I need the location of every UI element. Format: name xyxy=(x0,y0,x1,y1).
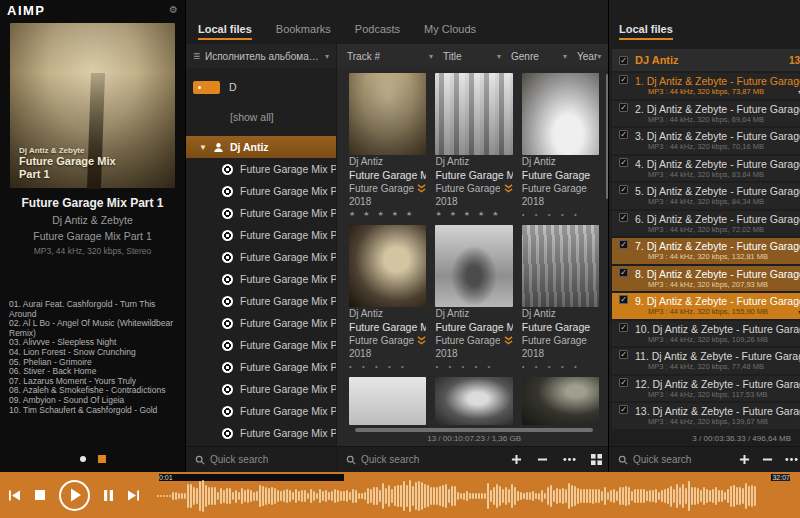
track-checkbox[interactable]: ✓ xyxy=(619,75,628,84)
album-grid-cell[interactable]: Dj AntizFuture Garage M...Future Garage2… xyxy=(349,73,426,218)
cell-rating[interactable]: • • • • • xyxy=(435,362,512,370)
quick-search-input[interactable] xyxy=(210,454,327,465)
remove-icon[interactable] xyxy=(537,454,548,465)
tree-album-item[interactable]: Future Garage Mix Part 2 xyxy=(186,180,336,202)
grid-quick-search[interactable] xyxy=(346,454,504,465)
album-grid-cell[interactable] xyxy=(435,377,512,425)
preview-track[interactable]: 01. Aurai Feat. Cashforgold - Turn This … xyxy=(9,300,176,319)
more-icon[interactable] xyxy=(563,457,576,462)
playlist-track-row[interactable]: ✓11. Dj Antiz & Zebyte - Future Garage .… xyxy=(612,348,800,374)
stop-button[interactable] xyxy=(34,489,46,501)
track-checkbox[interactable]: ✓ xyxy=(619,130,628,139)
filter-dropdown-icon[interactable]: ▾ xyxy=(429,52,433,61)
remove-icon[interactable] xyxy=(762,454,773,465)
preview-track[interactable]: 10. Tim Schaufert & Cashforgold - Gold xyxy=(9,406,176,416)
album-grid-cell[interactable]: Dj AntizFuture Garage M...Future Garage2… xyxy=(349,225,426,370)
playlist-track-row[interactable]: ✓9. Dj Antiz & Zebyte - Future Garage ..… xyxy=(612,293,800,319)
playlist-track-row[interactable]: ✓3. Dj Antiz & Zebyte - Future Garage ..… xyxy=(612,128,800,154)
track-checkbox[interactable]: ✓ xyxy=(619,103,628,112)
tree-album-item[interactable]: Future Garage Mix Part 4 xyxy=(186,224,336,246)
cell-rating[interactable]: ★ ★ ★ ★ ★ xyxy=(349,210,426,218)
column-header-track#[interactable]: Track #▾ xyxy=(347,51,443,62)
cell-rating[interactable]: ★ ★ ★ ★ ★ xyxy=(435,210,512,218)
track-checkbox[interactable]: ✓ xyxy=(619,378,628,387)
track-checkbox[interactable]: ✓ xyxy=(619,213,628,222)
tree-album-item[interactable]: Future Garage Mix Part 8 xyxy=(186,290,336,312)
add-icon[interactable] xyxy=(739,454,750,465)
tree-album-item[interactable]: Future Garage Mix Part 10 xyxy=(186,334,336,356)
tree-album-item[interactable]: Future Garage Mix Part 13 xyxy=(186,378,336,400)
album-grid-cell[interactable] xyxy=(349,377,426,425)
add-icon[interactable] xyxy=(511,454,522,465)
waveform[interactable] xyxy=(157,480,792,512)
playlist-group-header[interactable]: ✓ DJ Antiz 13 / 10:07:24 xyxy=(612,49,800,71)
playlist-track-row[interactable]: ✓8. Dj Antiz & Zebyte - Future Garage ..… xyxy=(612,266,800,292)
tab-local-files[interactable]: Local files xyxy=(198,23,252,44)
track-checkbox[interactable]: ✓ xyxy=(619,295,628,304)
quick-search-input[interactable] xyxy=(361,454,504,465)
expand-chevrons-icon[interactable] xyxy=(504,184,513,193)
play-button[interactable] xyxy=(59,480,90,511)
filter-dropdown-icon[interactable]: ▾ xyxy=(563,52,567,61)
page-active-icon[interactable] xyxy=(98,455,106,463)
playlist-track-row[interactable]: ✓2. Dj Antiz & Zebyte - Future Garage ..… xyxy=(612,101,800,127)
tree-letter-group[interactable]: D xyxy=(186,76,336,98)
tree-album-item[interactable]: Future Garage Mix Part 11 xyxy=(186,356,336,378)
tree-album-item[interactable]: Future Garage Mix Part 7 xyxy=(186,268,336,290)
cell-rating[interactable]: • • • • • xyxy=(522,210,599,218)
tree-artist-item[interactable]: ▼ Dj Antiz xyxy=(186,136,336,158)
playlist-quick-search[interactable] xyxy=(618,454,732,465)
playlist-track-row[interactable]: ✓13. Dj Antiz & Zebyte - Future Garage .… xyxy=(612,403,800,429)
track-checkbox[interactable]: ✓ xyxy=(619,350,628,359)
pause-button[interactable] xyxy=(103,489,114,502)
horizontal-scrollbar[interactable] xyxy=(355,428,593,432)
filter-dropdown-icon[interactable]: ▾ xyxy=(497,52,501,61)
column-header-genre[interactable]: Genre▾ xyxy=(511,51,577,62)
expand-chevrons-icon[interactable] xyxy=(417,184,426,193)
track-checkbox[interactable]: ✓ xyxy=(619,240,628,249)
tab-my-clouds[interactable]: My Clouds xyxy=(424,23,476,44)
now-playing-album-art[interactable]: Dj Antiz & Zebyte Future Garage Mix Part… xyxy=(10,23,175,188)
previous-button[interactable] xyxy=(8,489,21,502)
track-checkbox[interactable]: ✓ xyxy=(619,185,628,194)
column-header-year[interactable]: Year▾ xyxy=(577,51,611,62)
tree-album-item[interactable]: Future Garage Mix Part 15 xyxy=(186,422,336,444)
gear-icon[interactable]: ⚙ xyxy=(169,5,178,15)
filter-dropdown-icon[interactable]: ▾ xyxy=(597,52,601,61)
tree-album-item[interactable]: Future Garage Mix Part 9 xyxy=(186,312,336,334)
track-checkbox[interactable]: ✓ xyxy=(619,323,628,332)
tree-show-all[interactable]: [show all] xyxy=(186,106,336,128)
playlist-track-row[interactable]: ✓12. Dj Antiz & Zebyte - Future Garage .… xyxy=(612,376,800,402)
tab-bookmarks[interactable]: Bookmarks xyxy=(276,23,331,44)
cell-rating[interactable]: • • • • • xyxy=(522,362,599,370)
group-checkbox[interactable]: ✓ xyxy=(619,56,628,65)
cell-rating[interactable]: • • • • • xyxy=(349,362,426,370)
album-grid-cell[interactable]: Dj AntizFuture Garage M...Future Garage2… xyxy=(435,225,512,370)
expand-chevrons-icon[interactable] xyxy=(417,336,426,345)
playlist-tab[interactable]: Local files xyxy=(619,23,673,44)
menu-icon[interactable]: ≡ xyxy=(193,49,200,63)
album-grid-cell[interactable] xyxy=(522,377,599,425)
playlist-track-row[interactable]: ✓7. Dj Antiz & Zebyte - Future Garage ..… xyxy=(612,238,800,264)
waveform-seekbar[interactable]: 0:01 32:07 xyxy=(157,474,792,516)
column-header-title[interactable]: Title▾ xyxy=(443,51,511,62)
tree-album-item[interactable]: Future Garage Mix Part 1 xyxy=(186,158,336,180)
next-button[interactable] xyxy=(127,489,140,502)
playlist-track-row[interactable]: ✓5. Dj Antiz & Zebyte - Future Garage ..… xyxy=(612,183,800,209)
tree-album-item[interactable]: Future Garage Mix Part 3 xyxy=(186,202,336,224)
track-checkbox[interactable]: ✓ xyxy=(619,268,628,277)
preview-track[interactable]: 02. Al L Bo - Angel Of Music (Whitewildb… xyxy=(9,319,176,338)
tree-quick-search[interactable] xyxy=(195,454,327,465)
playlist-track-row[interactable]: ✓10. Dj Antiz & Zebyte - Future Garage .… xyxy=(612,321,800,347)
track-checkbox[interactable]: ✓ xyxy=(619,405,628,414)
expand-chevrons-icon[interactable] xyxy=(504,336,513,345)
page-dot-icon[interactable] xyxy=(80,456,86,462)
track-checkbox[interactable]: ✓ xyxy=(619,158,628,167)
quick-search-input[interactable] xyxy=(633,454,732,465)
tab-podcasts[interactable]: Podcasts xyxy=(355,23,400,44)
album-grid-cell[interactable]: Dj AntizFuture GarageFuture Garage2018• … xyxy=(522,73,599,218)
tree-album-item[interactable]: Future Garage Mix Part 14 xyxy=(186,400,336,422)
playlist-track-row[interactable]: ✓4. Dj Antiz & Zebyte - Future Garage ..… xyxy=(612,156,800,182)
album-grid-cell[interactable]: Dj AntizFuture Garage M...Future Garage2… xyxy=(435,73,512,218)
album-grid-cell[interactable]: Dj AntizFuture GarageFuture Garage2018• … xyxy=(522,225,599,370)
